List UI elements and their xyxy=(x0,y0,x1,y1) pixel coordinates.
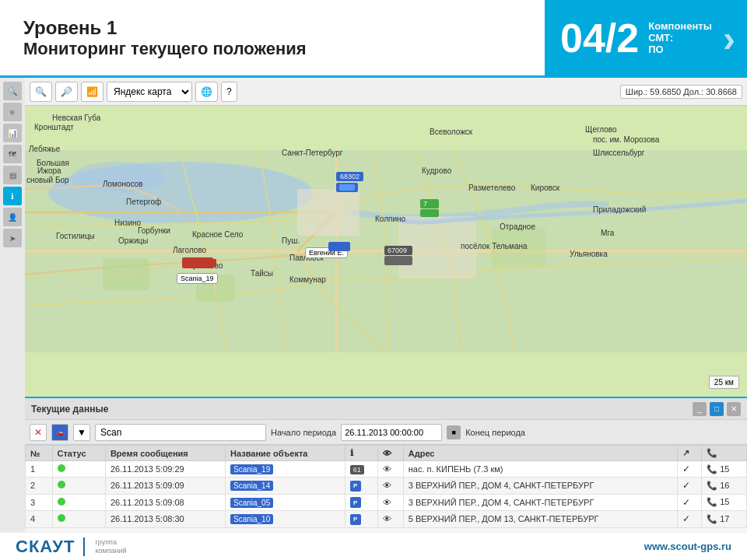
col-address: Адрес xyxy=(403,446,677,461)
toolbar-magnify-btn[interactable]: 🔎 xyxy=(55,82,78,102)
map-label-shlissel: Шлиссельбург xyxy=(593,149,644,157)
vehicle-68302: 68302 xyxy=(336,172,363,192)
period-start-input[interactable] xyxy=(341,424,442,441)
main-area: 🔍 ≡ 📊 🗺 ▤ ℹ 👤 ➤ 🔍 🔎 📶 Яндекс карта 🌐 ? Ш… xyxy=(0,78,747,560)
cell-address: 5 ВЕРХНИЙ ПЕР., ДОМ 13, САНКТ-ПЕТЕРБУРГ xyxy=(403,511,677,528)
next-slide-icon[interactable]: › xyxy=(723,16,735,59)
cell-icon2[interactable]: 👁 xyxy=(377,494,403,511)
cell-phone[interactable]: 📞 16 xyxy=(702,478,747,495)
col-status: Статус xyxy=(52,446,105,461)
cell-object: Scania_14 xyxy=(225,478,345,495)
cell-icon1[interactable]: P xyxy=(345,511,377,528)
header-subtitle: Мониторинг текущего положения xyxy=(23,39,521,59)
cell-icon1[interactable]: 61 xyxy=(345,461,377,478)
header-right: 04/2 Компоненты СМТ: ПО › xyxy=(545,0,747,75)
panel-expand-btn[interactable]: □ xyxy=(710,402,724,416)
period-start-calendar-btn[interactable]: ■ xyxy=(447,425,461,439)
period-end-label: Конец периода xyxy=(465,428,525,437)
sidebar-btn-layers[interactable]: ▤ xyxy=(3,166,22,184)
map-label-mga: Мга xyxy=(601,229,614,237)
slide-info-title: Компоненты СМТ: xyxy=(648,20,731,44)
map-label-vsevolozhsk: Всеволожск xyxy=(430,128,472,136)
col-icon3: ↗ xyxy=(677,446,701,461)
map-label-otradnoe: Отрадное xyxy=(500,222,535,231)
cell-num: 3 xyxy=(26,494,53,511)
filter-car-icon[interactable]: 🚗 xyxy=(51,424,68,441)
table-body: 1 26.11.2013 5:09:29 Scania_19 61 👁 нас.… xyxy=(26,461,747,528)
period-start-label: Начало периода xyxy=(271,428,336,437)
table-header-row: № Статус Время сообщения Название объект… xyxy=(26,446,747,461)
filter-down-btn[interactable]: ▼ xyxy=(73,424,90,441)
header-left: Уровень 1 Мониторинг текущего положения xyxy=(0,0,545,75)
toolbar-globe-btn[interactable]: 🌐 xyxy=(195,82,218,102)
map-label-krasnoe: Красное Село xyxy=(192,230,243,239)
map-label-spb: Санкт-Петербург xyxy=(282,149,342,157)
cell-icon2[interactable]: 👁 xyxy=(377,511,403,528)
map-label-nevskaya: Невская Губа xyxy=(52,114,100,122)
cell-icon1[interactable]: P xyxy=(345,494,377,511)
cell-icon3[interactable]: ✓ xyxy=(677,478,701,495)
panel-close-btn[interactable]: ✕ xyxy=(727,402,741,416)
coords-display: Шир.: 59.6850 Дол.: 30.8668 xyxy=(620,85,742,99)
map-label-gostilitsy: Гостилицы xyxy=(56,232,95,240)
map-label-moroz: пос. им. Морозова xyxy=(593,135,659,144)
map-label-kudrov: Кудрово xyxy=(422,166,451,175)
vehicle-7: 7 xyxy=(420,199,439,217)
map-label-shcheglovo: Щеглово xyxy=(585,125,617,134)
map-area[interactable]: Кронштадт Лебяжье Большая Ижора сновый Б… xyxy=(25,106,747,397)
col-time: Время сообщения xyxy=(105,446,225,461)
cell-num: 4 xyxy=(26,511,53,528)
map-type-select[interactable]: Яндекс карта xyxy=(107,82,192,102)
cell-address: 3 ВЕРХНИЙ ПЕР., ДОМ 4, САНКТ-ПЕТЕРБУРГ xyxy=(403,478,677,495)
col-icon1: ℹ xyxy=(345,446,377,461)
data-table: № Статус Время сообщения Название объект… xyxy=(25,445,747,528)
map-label-pavlov-tel: посёлок Тельмана xyxy=(461,242,528,250)
object-search-input[interactable] xyxy=(95,424,266,441)
cell-icon3[interactable]: ✓ xyxy=(677,511,701,528)
table-row: 4 26.11.2013 5:08:30 Scania_10 P 👁 5 ВЕР… xyxy=(26,511,747,528)
toolbar-help-btn[interactable]: ? xyxy=(221,82,237,102)
table-row: 1 26.11.2013 5:09:29 Scania_19 61 👁 нас.… xyxy=(26,461,747,478)
cell-phone[interactable]: 📞 15 xyxy=(702,494,747,511)
map-label-push: Пуш. xyxy=(282,236,300,245)
map-label-kommunar: Коммунар xyxy=(289,275,326,284)
cell-icon1[interactable]: P xyxy=(345,478,377,495)
map-vehicle-label-scania19: Scania_19 xyxy=(177,273,218,284)
cell-icon2[interactable]: 👁 xyxy=(377,461,403,478)
website-url: www.scout-gps.ru xyxy=(644,541,731,552)
cell-object: Scania_05 xyxy=(225,494,345,511)
toolbar-search-btn[interactable]: 🔍 xyxy=(30,82,52,102)
cell-phone[interactable]: 📞 15 xyxy=(702,461,747,478)
panel-controls-right: _ □ ✕ xyxy=(693,402,741,416)
panel-minimize-btn[interactable]: _ xyxy=(693,402,707,416)
toolbar-bar-chart-btn[interactable]: 📶 xyxy=(81,82,103,102)
vehicle-evgeny xyxy=(328,242,350,251)
sidebar-btn-search[interactable]: 🔍 xyxy=(3,82,22,100)
map-label-nizino: Низино xyxy=(114,219,141,227)
sidebar-btn-list[interactable]: ≡ xyxy=(3,103,22,121)
vehicle-67009: 67009 xyxy=(384,246,412,265)
col-phone: 📞 xyxy=(702,446,747,461)
cell-icon3[interactable]: ✓ xyxy=(677,461,701,478)
cell-num: 1 xyxy=(26,461,53,478)
panel-header: Текущие данные _ □ ✕ xyxy=(25,398,747,420)
cell-status xyxy=(52,494,105,511)
sidebar-btn-arrow[interactable]: ➤ xyxy=(3,229,22,247)
bottom-bar: СКАУТ группа компаний www.scout-gps.ru xyxy=(0,532,747,560)
sidebar-btn-chart[interactable]: 📊 xyxy=(3,124,22,142)
sidebar-btn-map[interactable]: 🗺 xyxy=(3,145,22,163)
cell-address: 3 ВЕРХНИЙ ПЕР., ДОМ 4, САНКТ-ПЕТЕРБУРГ xyxy=(403,494,677,511)
cell-time: 26.11.2013 5:09:29 xyxy=(105,461,225,478)
map-label-kirovsk: Кировск xyxy=(531,184,559,192)
cell-icon3[interactable]: ✓ xyxy=(677,494,701,511)
filter-clear-btn[interactable]: ✕ xyxy=(30,424,47,441)
map-label-kolpino: Колпино xyxy=(375,215,405,223)
svg-rect-6 xyxy=(297,189,359,236)
slide-info: Компоненты СМТ: ПО xyxy=(648,20,731,55)
sidebar-btn-user[interactable]: 👤 xyxy=(3,208,22,226)
sidebar-btn-info[interactable]: ℹ xyxy=(3,187,22,205)
cell-time: 26.11.2013 5:08:30 xyxy=(105,511,225,528)
cell-phone[interactable]: 📞 17 xyxy=(702,511,747,528)
cell-icon2[interactable]: 👁 xyxy=(377,478,403,495)
cell-status xyxy=(52,511,105,528)
